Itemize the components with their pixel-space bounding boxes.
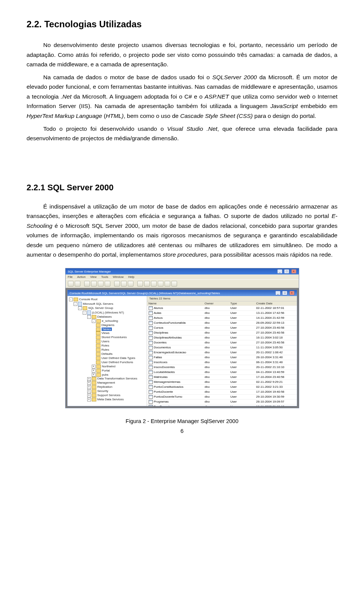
tree-item[interactable]: -SQL Server Group: [68, 306, 146, 310]
toolbar-button-icon[interactable]: [84, 281, 90, 287]
table-row[interactable]: CursosdboUser27-10-2004 23:40:58: [147, 326, 297, 331]
expand-icon[interactable]: +: [87, 398, 91, 401]
tree-item[interactable]: -Console Root: [68, 298, 146, 302]
maximize-icon[interactable]: □: [284, 269, 289, 274]
tree-item[interactable]: -(LOCAL) (Windows NT): [68, 310, 146, 315]
table-icon: [149, 306, 153, 310]
toolbar-button-icon[interactable]: [151, 281, 157, 287]
tree-item[interactable]: +Replication: [68, 385, 146, 389]
toolbar-button-icon[interactable]: [171, 281, 177, 287]
heading-2-2-1: 2.2.1 SQL Server 2000: [27, 183, 337, 193]
table-row[interactable]: ProgramasdboUser28-10-2004 19:09:57: [147, 400, 297, 404]
table-row[interactable]: LocutabilidadesdboUser04-11-2004 13:40:5…: [147, 370, 297, 375]
toolbar-button-icon[interactable]: [75, 281, 80, 287]
expand-icon[interactable]: -: [87, 315, 91, 319]
expand-icon[interactable]: -: [83, 311, 86, 315]
expand-icon[interactable]: +: [92, 369, 96, 373]
tree-item[interactable]: -e_schooling: [68, 319, 146, 323]
expand-icon[interactable]: +: [87, 377, 91, 381]
toolbar-button-icon[interactable]: [144, 281, 150, 287]
toolbar-button-icon[interactable]: [114, 281, 120, 287]
tree-item[interactable]: Roles: [68, 344, 146, 348]
tree-item[interactable]: +Meta Data Services: [68, 398, 146, 402]
table-row[interactable]: DocentesdboUser27-10-2004 23:40:58: [147, 340, 297, 345]
table-row[interactable]: MatriculasdboUser17-10-2004 23:40:58: [147, 375, 297, 380]
expand-icon[interactable]: +: [87, 385, 91, 389]
table-row[interactable]: DisciplinasAtribuidasdboUser16-11-2004 3…: [147, 335, 297, 340]
maximize-icon[interactable]: □: [282, 291, 287, 295]
minimize-icon[interactable]: _: [275, 291, 281, 295]
expand-icon[interactable]: +: [87, 389, 91, 393]
table-row[interactable]: PontoDocentedboUser17-10-2004 19:40:58: [147, 390, 297, 395]
toolbar-button-icon[interactable]: [137, 281, 143, 287]
toolbar-button-icon[interactable]: [165, 281, 170, 287]
tree-item[interactable]: -Microsoft SQL Servers: [68, 302, 146, 306]
table-row[interactable]: PontosDocenteTurnodboUser29-10-2004 19:3…: [147, 395, 297, 400]
column-header[interactable]: Create Date: [255, 301, 297, 306]
tree-item[interactable]: -Databases: [68, 315, 146, 319]
expand-icon[interactable]: +: [87, 381, 91, 385]
table-row[interactable]: InscroDocentesdboUser20-11-2002 21:10:10: [147, 365, 297, 370]
tree-item[interactable]: +Support Services: [68, 393, 146, 398]
expand-icon[interactable]: -: [74, 302, 77, 306]
table-row[interactable]: DisciplinasdboUser27-10-2004 23:40:58: [147, 331, 297, 335]
table-row[interactable]: FaltasdboUser28-10-2004 3:31:48: [147, 355, 297, 360]
tree-item[interactable]: +pubs: [68, 373, 146, 377]
tree-item[interactable]: Diagrams: [68, 323, 146, 328]
table-row[interactable]: AvisosdboUser14-11-2004 21:42:59: [147, 316, 297, 321]
tree-item[interactable]: +Security: [68, 389, 146, 393]
table-row[interactable]: DocumentosdboUser11-11-2004 3:05:50: [147, 345, 297, 350]
column-header[interactable]: Owner: [203, 301, 229, 306]
folder-icon: [96, 373, 101, 377]
table-row[interactable]: InscricoesdboUser06-11-2004 3:31:48: [147, 360, 297, 365]
tree-item[interactable]: +Northwind: [68, 365, 146, 369]
menu-item[interactable]: Help: [128, 275, 134, 279]
toolbar-separator: [135, 281, 136, 286]
toolbar-button-icon[interactable]: [105, 281, 110, 287]
expand-icon[interactable]: +: [92, 365, 96, 368]
text-italic: Cascade Style Sheet (CSS): [180, 113, 253, 119]
list-view[interactable]: Tables 22 Items Name Owner Type Create D…: [147, 296, 297, 406]
menu-item[interactable]: Tools: [101, 275, 108, 279]
tree-item[interactable]: User Defined Functions: [68, 360, 146, 365]
toolbar-button-icon[interactable]: [158, 281, 163, 287]
minimize-icon[interactable]: _: [277, 269, 282, 274]
tree-item[interactable]: +Data Transformation Services: [68, 377, 146, 381]
expand-icon[interactable]: -: [69, 298, 73, 301]
table-row[interactable]: AulasdboUser13-11-2004 17:42:56: [147, 311, 297, 316]
tree-item[interactable]: User Defined Data Types: [68, 356, 146, 360]
menu-item[interactable]: Window: [113, 275, 124, 279]
content-area: -Console Root-Microsoft SQL Servers-SQL …: [67, 296, 297, 406]
expand-icon[interactable]: +: [87, 393, 91, 397]
expand-icon[interactable]: +: [92, 373, 96, 377]
tree-item[interactable]: Tables: [68, 328, 146, 332]
table-row[interactable]: MensagensInternasdboUser02-11-2002 9:29:…: [147, 380, 297, 385]
table-row[interactable]: AlunosdboUser02-11-2002 18:57:01: [147, 306, 297, 311]
tree-item[interactable]: Defaults: [68, 352, 146, 356]
table-row[interactable]: PontoConstituidoadosdboUser02-11-2002 3:…: [147, 385, 297, 390]
tree-item[interactable]: Stored Procedures: [68, 335, 146, 340]
toolbar-button-icon[interactable]: [68, 281, 74, 287]
tree-item[interactable]: Users: [68, 340, 146, 344]
tree-item[interactable]: +Portal: [68, 369, 146, 373]
table-row[interactable]: EncarregadosEducacaodboUser20-11-2002 1:…: [147, 350, 297, 355]
column-header[interactable]: Type: [229, 301, 255, 306]
table-row[interactable]: TrocDocentedboUser10-11-2003 21:15:12: [147, 404, 297, 406]
toolbar-button-icon[interactable]: [128, 281, 133, 287]
toolbar-button-icon[interactable]: [98, 281, 104, 287]
close-icon[interactable]: ×: [291, 269, 297, 274]
tree-view[interactable]: -Console Root-Microsoft SQL Servers-SQL …: [67, 296, 147, 406]
expand-icon[interactable]: -: [78, 306, 82, 310]
toolbar-button-icon[interactable]: [91, 281, 97, 287]
column-header[interactable]: Name: [147, 301, 203, 306]
menu-item[interactable]: View: [90, 275, 97, 279]
menu-item[interactable]: Action: [77, 275, 85, 279]
tree-item[interactable]: +Management: [68, 381, 146, 385]
tree-item[interactable]: Views: [68, 331, 146, 335]
tree-item[interactable]: Rules: [68, 348, 146, 352]
menu-item[interactable]: File: [68, 275, 73, 279]
table-row[interactable]: ConteudosFuncionalidadboUser28-09-2002 2…: [147, 321, 297, 326]
toolbar-button-icon[interactable]: [121, 281, 127, 287]
expand-icon[interactable]: -: [92, 319, 96, 323]
close-icon[interactable]: ×: [289, 291, 295, 295]
